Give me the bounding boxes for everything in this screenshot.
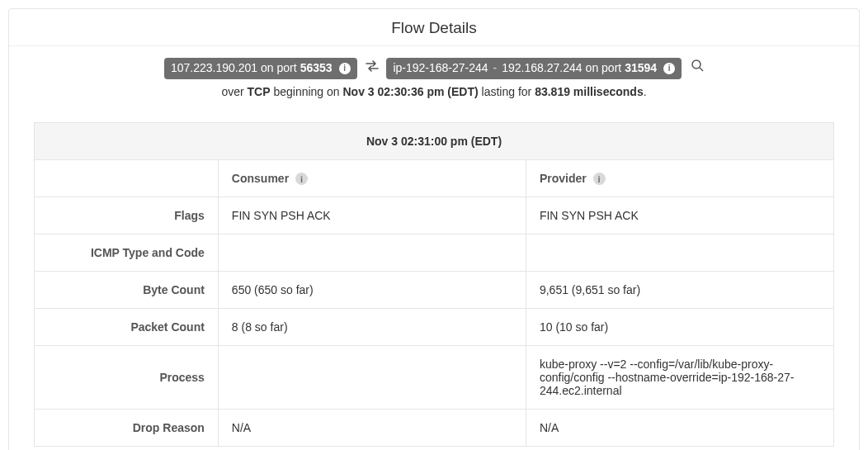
provider-port-label: on port (586, 59, 622, 78)
header-label: Provider (540, 172, 587, 185)
cell-bytes-consumer: 650 (650 so far) (218, 272, 526, 309)
info-icon[interactable]: i (295, 173, 308, 185)
cell-drop-consumer: N/A (218, 410, 526, 447)
table-row: Byte Count 650 (650 so far) 9,651 (9,651… (35, 272, 834, 309)
consumer-ip: 107.223.190.201 (171, 59, 257, 78)
provider-host: ip-192-168-27-244 (393, 59, 488, 78)
start-time: Nov 3 02:30:36 pm (EDT) (343, 85, 479, 98)
cell-bytes-provider: 9,651 (9,651 so far) (526, 272, 833, 309)
flow-table: Nov 3 02:31:00 pm (EDT) Consumer i Provi… (34, 122, 834, 448)
svg-point-0 (692, 60, 701, 69)
consumer-port-label: on port (261, 59, 297, 78)
info-icon[interactable]: i (339, 63, 351, 74)
flow-summary: 107.223.190.201 on port 56353 i ip-192-1… (9, 58, 859, 107)
table-timestamp-row: Nov 3 02:31:00 pm (EDT) (35, 122, 834, 159)
row-label-drop: Drop Reason (35, 410, 219, 447)
page-title: Flow Details (9, 9, 859, 45)
cell-process-provider: kube-proxy --v=2 --config=/var/lib/kube-… (526, 346, 833, 410)
flow-summary-line2: over TCP beginning on Nov 3 02:30:36 pm … (26, 83, 842, 102)
row-label-bytes: Byte Count (35, 272, 219, 309)
table-row: Flags FIN SYN PSH ACK FIN SYN PSH ACK (35, 197, 834, 234)
flow-summary-line1: 107.223.190.201 on port 56353 i ip-192-1… (26, 58, 842, 79)
swap-icon[interactable] (366, 59, 379, 78)
text: beginning on (273, 85, 339, 98)
cell-packets-provider: 10 (10 so far) (526, 309, 833, 346)
consumer-port: 56353 (300, 59, 333, 78)
flow-details-card: Flow Details 107.223.190.201 on port 563… (8, 8, 860, 450)
cell-icmp-provider (526, 234, 833, 272)
table-row: Process kube-proxy --v=2 --config=/var/l… (35, 346, 834, 410)
row-label-packets: Packet Count (35, 309, 219, 346)
cell-flags-provider: FIN SYN PSH ACK (526, 197, 833, 234)
table-timestamp: Nov 3 02:31:00 pm (EDT) (35, 122, 834, 159)
row-label-icmp: ICMP Type and Code (35, 234, 219, 272)
pill-separator: - (492, 59, 499, 78)
table-header-empty (35, 159, 219, 197)
text: lasting for (482, 85, 532, 98)
provider-port: 31594 (625, 59, 657, 78)
table-header-provider: Provider i (526, 159, 833, 197)
cell-flags-consumer: FIN SYN PSH ACK (218, 197, 526, 234)
cell-drop-provider: N/A (526, 410, 833, 447)
row-label-flags: Flags (35, 197, 219, 234)
table-row: ICMP Type and Code (35, 234, 834, 272)
provider-ip: 192.168.27.244 (502, 59, 582, 78)
search-icon[interactable] (691, 59, 704, 78)
flow-table-wrap: Nov 3 02:31:00 pm (EDT) Consumer i Provi… (34, 122, 834, 448)
header-label: Consumer (232, 172, 289, 185)
divider (9, 45, 859, 46)
cell-process-consumer (218, 346, 526, 410)
duration: 83.819 milliseconds (535, 85, 644, 98)
cell-icmp-consumer (218, 234, 526, 272)
svg-line-1 (700, 68, 703, 71)
text: . (644, 85, 647, 98)
table-row: Drop Reason N/A N/A (35, 410, 834, 447)
cell-packets-consumer: 8 (8 so far) (218, 309, 526, 346)
provider-pill[interactable]: ip-192-168-27-244 - 192.168.27.244 on po… (386, 58, 682, 79)
consumer-pill[interactable]: 107.223.190.201 on port 56353 i (164, 58, 357, 79)
protocol: TCP (248, 85, 271, 98)
row-label-process: Process (35, 346, 219, 410)
table-header-consumer: Consumer i (218, 159, 526, 197)
info-icon[interactable]: i (663, 63, 675, 74)
info-icon[interactable]: i (593, 173, 606, 185)
table-row: Packet Count 8 (8 so far) 10 (10 so far) (35, 309, 834, 346)
text: over (221, 85, 243, 98)
table-header-row: Consumer i Provider i (35, 159, 834, 197)
